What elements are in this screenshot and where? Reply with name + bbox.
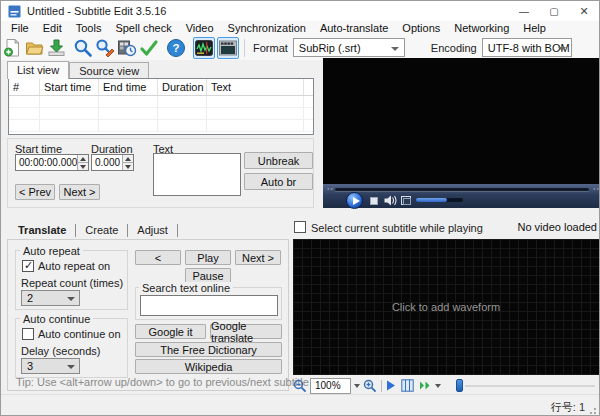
column-number[interactable]: # — [9, 79, 40, 95]
column-text[interactable]: Text — [207, 79, 304, 95]
spinner-arrows-icon[interactable] — [77, 155, 88, 170]
seek-bar[interactable] — [335, 188, 589, 191]
menu-help[interactable]: Help — [516, 21, 553, 35]
next-subtitle-button[interactable]: Next > — [235, 250, 281, 265]
subtitle-text-input[interactable] — [153, 153, 241, 196]
waveform-area[interactable]: Click to add waveform — [293, 239, 599, 375]
next-button[interactable]: Next > — [59, 184, 100, 200]
app-window: Untitled - Subtitle Edit 3.5.16 — ▢ ✕ Fi… — [0, 0, 600, 416]
help-icon[interactable]: ? — [165, 37, 187, 59]
spell-check-icon[interactable] — [138, 37, 160, 59]
delay-value: 3 — [27, 360, 33, 372]
duration-stepper[interactable]: 0.000 — [91, 154, 134, 171]
tab-list-view[interactable]: List view — [7, 61, 69, 79]
menu-edit[interactable]: Edit — [36, 21, 69, 35]
tab-create[interactable]: Create — [76, 224, 128, 237]
visual-sync-icon[interactable] — [116, 37, 138, 59]
column-duration[interactable]: Duration — [158, 79, 207, 95]
column-end-time[interactable]: End time — [99, 79, 158, 95]
repeat-count-label: Repeat count (times) — [21, 277, 123, 289]
menu-spell-check[interactable]: Spell check — [108, 21, 178, 35]
start-time-value: 00:00:00.000 — [16, 155, 77, 170]
column-start-time[interactable]: Start time — [40, 79, 99, 95]
pause-button[interactable]: Pause — [185, 268, 231, 283]
chevron-down-icon[interactable] — [435, 384, 441, 388]
tab-adjust[interactable]: Adjust — [128, 224, 178, 237]
svg-text:?: ? — [172, 42, 179, 54]
zoom-value: 100% — [315, 380, 341, 391]
unbreak-button[interactable]: Unbreak — [244, 152, 313, 169]
prev-button[interactable]: < Prev — [15, 184, 55, 200]
title-bar[interactable]: Untitled - Subtitle Edit 3.5.16 — ▢ ✕ — [1, 1, 599, 21]
menu-synchronization[interactable]: Synchronization — [221, 21, 313, 35]
video-screen[interactable] — [323, 58, 600, 184]
line-number-status: 行号: 1 — [551, 400, 585, 415]
wikipedia-button[interactable]: Wikipedia — [135, 359, 282, 374]
volume-slider[interactable] — [416, 198, 463, 202]
tab-source-view[interactable]: Source view — [69, 62, 149, 79]
playback-speed-icon[interactable] — [419, 380, 432, 391]
play-rate-play-icon[interactable] — [386, 380, 396, 391]
auto-repeat-checkbox[interactable] — [22, 260, 34, 272]
free-dictionary-button[interactable]: The Free Dictionary — [135, 342, 282, 357]
auto-br-button[interactable]: Auto br — [244, 173, 313, 190]
search-online-title: Search text online — [139, 282, 233, 294]
google-it-button[interactable]: Google it — [135, 324, 206, 339]
player-control-bar: ●● ●● — [323, 184, 600, 208]
video-toggle-icon[interactable] — [217, 37, 239, 59]
format-select[interactable]: SubRip (.srt) — [293, 38, 405, 57]
delay-select[interactable]: 3 — [21, 358, 80, 374]
menu-auto-translate[interactable]: Auto-translate — [313, 21, 395, 35]
minimize-button[interactable]: — — [509, 1, 539, 21]
menu-tools[interactable]: Tools — [69, 21, 109, 35]
play-button[interactable]: Play — [185, 250, 231, 265]
volume-fill — [416, 198, 447, 202]
encoding-select[interactable]: UTF-8 with BOM — [482, 38, 572, 57]
stop-icon[interactable] — [370, 197, 378, 205]
save-icon[interactable] — [45, 37, 67, 59]
replace-icon[interactable] — [94, 37, 116, 59]
menu-video[interactable]: Video — [179, 21, 221, 35]
subtitle-list[interactable]: # Start time End time Duration Text — [8, 78, 314, 135]
speed-slider-track[interactable] — [465, 385, 595, 387]
chevron-down-icon[interactable] — [354, 384, 360, 388]
main-toolbar: ? Format SubRip (.srt) Encoding UTF-8 wi… — [1, 35, 599, 60]
play-icon[interactable] — [346, 192, 363, 209]
google-translate-button[interactable]: Google translate — [210, 324, 282, 339]
duration-value: 0.000 — [92, 155, 122, 170]
waveform-header-row: Select current subtitle while playing No… — [293, 220, 599, 235]
search-online-group: Search text online — [135, 287, 282, 320]
menu-options[interactable]: Options — [395, 21, 447, 35]
resize-grip[interactable] — [587, 405, 597, 415]
waveform-toolbar: 100% — [293, 377, 599, 394]
seek-left-marks: ●● — [327, 187, 333, 190]
maximize-button[interactable]: ▢ — [539, 1, 569, 21]
search-text-input[interactable] — [140, 295, 278, 316]
close-button[interactable]: ✕ — [569, 1, 599, 21]
open-file-icon[interactable] — [23, 37, 45, 59]
auto-continue-group: Auto continue Auto continue on Delay (se… — [15, 318, 128, 378]
repeat-count-select[interactable]: 2 — [21, 290, 80, 306]
tab-translate[interactable]: Translate — [9, 224, 76, 237]
volume-icon[interactable] — [384, 195, 397, 206]
auto-repeat-group: Auto repeat Auto repeat on Repeat count … — [15, 250, 128, 310]
zoom-in-icon[interactable] — [363, 379, 377, 393]
zoom-out-icon[interactable] — [293, 379, 307, 393]
fullscreen-icon[interactable] — [401, 196, 411, 205]
spinner-arrows-icon[interactable] — [122, 155, 133, 170]
select-current-subtitle-checkbox[interactable] — [294, 221, 306, 233]
menu-networking[interactable]: Networking — [447, 21, 516, 35]
repeat-count-value: 2 — [27, 292, 33, 304]
start-time-stepper[interactable]: 00:00:00.000 — [15, 154, 89, 171]
waveform-zoom-select[interactable]: 100% — [310, 378, 351, 394]
speed-slider-thumb[interactable] — [456, 379, 463, 392]
menu-file[interactable]: File — [4, 21, 36, 35]
status-bar: 行号: 1 — [1, 394, 599, 416]
new-file-icon[interactable] — [1, 37, 23, 59]
find-icon[interactable] — [72, 37, 94, 59]
vertical-zoom-icon[interactable] — [401, 379, 414, 392]
waveform-toggle-icon[interactable] — [193, 37, 215, 59]
back-button[interactable]: < — [135, 250, 181, 265]
translate-panel: Auto repeat Auto repeat on Repeat count … — [7, 239, 289, 391]
auto-continue-checkbox[interactable] — [22, 328, 34, 340]
